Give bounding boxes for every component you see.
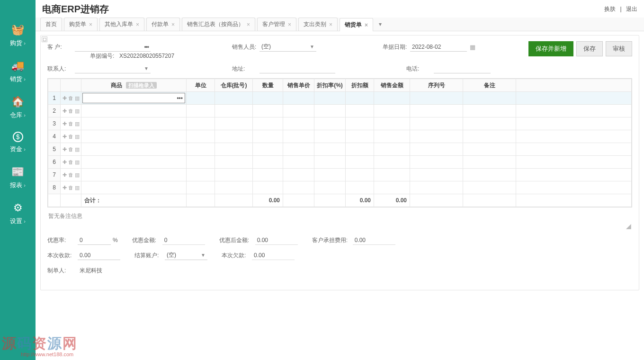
grid-cell[interactable] [253, 181, 283, 194]
close-icon[interactable]: × [247, 21, 250, 28]
delete-row-icon[interactable]: 🗑 [68, 134, 73, 140]
grid-cell[interactable] [463, 117, 516, 130]
grid-cell[interactable] [346, 156, 374, 169]
chevron-down-icon[interactable]: ▼ [144, 66, 149, 71]
grid-cell[interactable] [346, 92, 374, 105]
grid-cell[interactable] [283, 130, 314, 143]
grid-cell[interactable] [314, 181, 346, 194]
close-icon[interactable]: × [89, 21, 92, 28]
copy-row-icon[interactable]: ▥ [75, 146, 80, 153]
grid-cell[interactable] [410, 156, 463, 169]
scan-tag[interactable]: 扫描枪录入 [126, 82, 157, 89]
grid-cell[interactable] [283, 169, 314, 181]
grid-cell[interactable] [283, 143, 314, 156]
grid-cell[interactable] [374, 92, 410, 105]
grid-cell[interactable] [187, 130, 215, 143]
customer-input[interactable]: ••• [75, 42, 151, 52]
grid-cell[interactable] [374, 181, 410, 194]
grid-cell[interactable] [463, 105, 516, 117]
grid-cell[interactable] [253, 105, 283, 117]
grid-cell[interactable] [253, 156, 283, 169]
product-cell[interactable] [81, 169, 187, 181]
close-icon[interactable]: × [136, 21, 139, 28]
copy-row-icon[interactable]: ▥ [75, 134, 80, 140]
grid-cell[interactable] [283, 105, 314, 117]
address-input[interactable] [259, 64, 335, 73]
grid-cell[interactable] [283, 117, 314, 130]
delete-row-icon[interactable]: 🗑 [68, 159, 73, 165]
grid-cell[interactable] [516, 117, 632, 130]
grid-cell[interactable] [314, 156, 346, 169]
table-row[interactable]: 2✚🗑▥ [48, 105, 632, 117]
grid-cell[interactable] [346, 169, 374, 181]
grid-cell[interactable] [516, 156, 632, 169]
grid-cell[interactable] [215, 92, 253, 105]
product-cell[interactable] [81, 130, 187, 143]
grid-cell[interactable] [283, 156, 314, 169]
add-row-icon[interactable]: ✚ [63, 121, 67, 127]
tab-sales-summary[interactable]: 销售汇总表（按商品）× [182, 18, 255, 31]
grid-cell[interactable] [374, 130, 410, 143]
tab-customer[interactable]: 客户管理× [257, 18, 296, 31]
delete-row-icon[interactable]: 🗑 [68, 121, 73, 127]
copy-row-icon[interactable]: ▥ [75, 185, 80, 191]
pin-icon[interactable]: ◻ [42, 36, 47, 42]
delete-row-icon[interactable]: 🗑 [68, 95, 73, 101]
add-row-icon[interactable]: ✚ [63, 185, 67, 191]
grid-cell[interactable] [215, 117, 253, 130]
resize-handle[interactable]: ◢ [47, 222, 632, 230]
sidebar-item-settings[interactable]: ⚙ 设置 [0, 197, 36, 233]
grid-cell[interactable] [215, 169, 253, 181]
grid-cell[interactable] [253, 143, 283, 156]
grid-cell[interactable] [410, 130, 463, 143]
calendar-icon[interactable]: ▦ [470, 44, 475, 51]
grid-cell[interactable] [374, 117, 410, 130]
switch-skin-link[interactable]: 换肤 [604, 6, 616, 12]
product-cell[interactable] [81, 181, 187, 194]
grid-cell[interactable] [346, 130, 374, 143]
table-row[interactable]: 1✚🗑▥••• [48, 92, 632, 105]
add-row-icon[interactable]: ✚ [63, 134, 67, 140]
grid-cell[interactable] [253, 130, 283, 143]
sidebar-item-report[interactable]: 📰 报表 [0, 161, 36, 197]
grid-cell[interactable] [374, 105, 410, 117]
grid-cell[interactable] [516, 169, 632, 181]
grid-cell[interactable] [253, 92, 283, 105]
add-row-icon[interactable]: ✚ [63, 172, 67, 178]
delete-row-icon[interactable]: 🗑 [68, 172, 73, 178]
grid-cell[interactable] [463, 169, 516, 181]
grid-cell[interactable] [346, 117, 374, 130]
grid-cell[interactable] [410, 181, 463, 194]
lookup-icon[interactable]: ••• [177, 95, 183, 101]
grid-cell[interactable] [314, 130, 346, 143]
grid-cell[interactable] [346, 181, 374, 194]
grid-cell[interactable] [187, 169, 215, 181]
delete-row-icon[interactable]: 🗑 [68, 108, 73, 114]
salesperson-select[interactable]: (空)▼ [259, 42, 316, 52]
grid-cell[interactable] [314, 143, 346, 156]
table-row[interactable]: 7✚🗑▥ [48, 169, 632, 181]
tab-other-in[interactable]: 其他入库单× [99, 18, 144, 31]
product-cell-input[interactable]: ••• [82, 93, 185, 103]
disc-amt-input[interactable]: 0 [162, 235, 205, 245]
sidebar-item-warehouse[interactable]: 🏠 仓库 [0, 91, 36, 127]
grid-cell[interactable] [283, 181, 314, 194]
product-cell[interactable] [81, 105, 187, 117]
grid-cell[interactable] [410, 92, 463, 105]
table-row[interactable]: 6✚🗑▥ [48, 156, 632, 169]
tab-home[interactable]: 首页 [40, 18, 62, 31]
grid-cell[interactable] [410, 105, 463, 117]
copy-row-icon[interactable]: ▥ [75, 95, 80, 101]
grid-cell[interactable] [374, 169, 410, 181]
audit-button[interactable]: 审核 [606, 41, 632, 56]
grid-cell[interactable] [215, 105, 253, 117]
grid-cell[interactable] [463, 143, 516, 156]
add-row-icon[interactable]: ✚ [63, 159, 67, 165]
grid-cell[interactable] [516, 130, 632, 143]
table-row[interactable]: 5✚🗑▥ [48, 143, 632, 156]
product-cell[interactable] [81, 117, 187, 130]
grid-cell[interactable] [410, 169, 463, 181]
grid-cell[interactable] [215, 181, 253, 194]
grid-cell[interactable] [187, 92, 215, 105]
grid-cell[interactable] [374, 143, 410, 156]
